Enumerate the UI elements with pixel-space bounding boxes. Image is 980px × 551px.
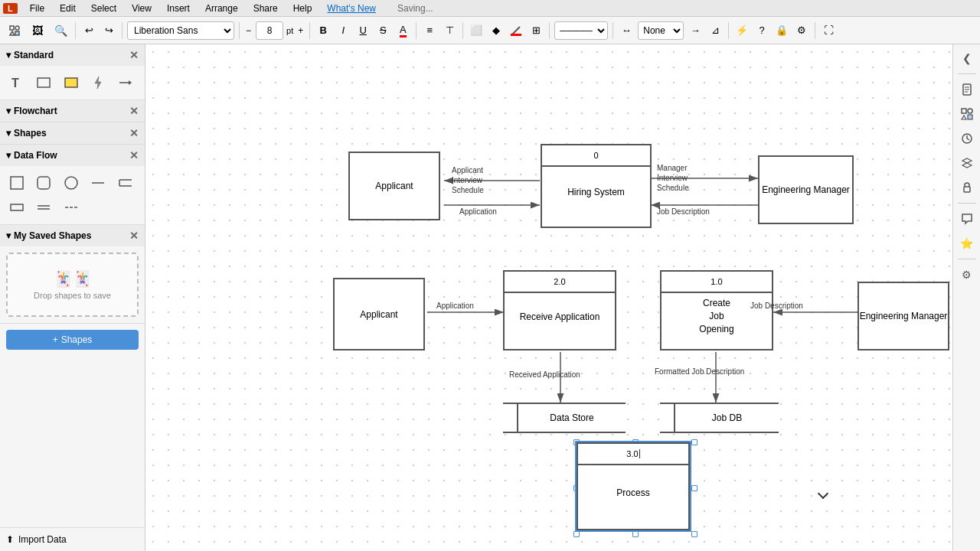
add-shapes-button[interactable]: + Shapes — [6, 330, 139, 350]
df-double-line[interactable] — [33, 197, 54, 218]
lock-button[interactable]: 🔒 — [773, 22, 790, 39]
font-color-button[interactable]: A — [394, 22, 411, 39]
my-saved-close[interactable]: ✕ — [129, 230, 139, 242]
redo-button[interactable]: ↪ — [100, 22, 117, 39]
process-receive-application[interactable]: 2.0 Receive Application — [503, 270, 616, 350]
arrow-label-received-app: Received Application — [509, 370, 580, 379]
df-rounded[interactable] — [33, 172, 54, 194]
arrow-end-select[interactable]: → — [687, 22, 704, 39]
df-rect[interactable] — [6, 172, 28, 194]
separator — [462, 22, 463, 39]
rp-layers-icon[interactable] — [956, 152, 978, 174]
import-data-button[interactable]: ⬆ Import Data — [0, 527, 145, 551]
menu-arrange[interactable]: Arrange — [202, 3, 241, 14]
process-create-job[interactable]: 1.0 CreateJobOpening — [660, 270, 773, 350]
fullscreen-button[interactable]: ⛶ — [820, 22, 837, 39]
handle-bm[interactable] — [632, 531, 639, 537]
df-dash-line[interactable] — [60, 197, 82, 218]
line-color-button[interactable] — [508, 22, 524, 39]
container-button[interactable]: ⬜ — [468, 22, 485, 39]
df-small-rect[interactable] — [6, 197, 28, 218]
dataflow-header[interactable]: ▾ Data Flow ✕ — [0, 145, 145, 166]
canvas-area[interactable]: Applicant 0 Hiring System Engineering Ma… — [145, 44, 952, 551]
italic-button[interactable]: I — [335, 22, 351, 39]
handle-mr[interactable] — [691, 485, 697, 491]
menu-select[interactable]: Select — [88, 3, 119, 14]
left-panel: ▾ Standard ✕ T — [0, 44, 145, 551]
menu-share[interactable]: Share — [250, 3, 281, 14]
lightning-shape[interactable] — [87, 72, 109, 93]
arrow-start-select[interactable]: None — [638, 21, 684, 40]
process-3-num[interactable]: 3.0 — [578, 444, 688, 465]
align-v-button[interactable]: ⊤ — [441, 22, 458, 39]
process-hiring-system[interactable]: 0 Hiring System — [541, 144, 652, 228]
datastore-application[interactable]: Data Store — [503, 403, 626, 433]
rp-page-icon[interactable] — [956, 79, 978, 100]
font-size-input[interactable] — [256, 21, 283, 40]
handle-bl[interactable] — [573, 531, 580, 537]
my-saved-header[interactable]: ▾ My Saved Shapes ✕ — [0, 225, 145, 246]
yellow-rect-shape[interactable] — [60, 72, 82, 93]
rp-lock-icon[interactable] — [956, 177, 978, 198]
handle-br[interactable] — [691, 531, 697, 537]
flowchart-chevron: ▾ — [6, 106, 11, 116]
fill-button[interactable]: ◆ — [488, 22, 505, 39]
dataflow-close[interactable]: ✕ — [129, 149, 139, 161]
line-style-select[interactable]: ───── 2px — [554, 21, 608, 40]
external-applicant-top[interactable]: Applicant — [348, 152, 440, 220]
bold-button[interactable]: B — [315, 22, 332, 39]
rp-settings-icon[interactable]: ⚙ — [956, 264, 978, 285]
align-h-button[interactable]: ≡ — [421, 22, 438, 39]
waypoint-button[interactable]: ⊿ — [707, 22, 724, 39]
standard-close[interactable]: ✕ — [129, 49, 139, 61]
rp-star-icon[interactable]: ⭐ — [956, 233, 978, 254]
shapes-chevron: ▾ — [6, 128, 11, 139]
minus-font-size[interactable]: − — [244, 25, 253, 36]
search-button[interactable]: 🔍 — [51, 21, 70, 41]
settings-toolbar-button[interactable]: ⚙ — [793, 22, 810, 39]
underline-button[interactable]: U — [354, 22, 371, 39]
menu-edit[interactable]: Edit — [57, 3, 79, 14]
separator — [815, 22, 815, 39]
font-family-select[interactable]: Liberation Sans — [127, 21, 234, 40]
connection-button[interactable]: ↔ — [618, 22, 635, 39]
flowchart-header[interactable]: ▾ Flowchart ✕ — [0, 100, 145, 122]
df-datastore[interactable] — [115, 172, 136, 194]
rp-clock-icon[interactable] — [956, 128, 978, 149]
menu-insert[interactable]: Insert — [164, 3, 193, 14]
df-hline[interactable] — [87, 172, 109, 194]
image-button[interactable]: 🖼 — [28, 21, 47, 41]
canvas[interactable]: Applicant 0 Hiring System Engineering Ma… — [145, 44, 952, 551]
shapes-header[interactable]: ▾ Shapes ✕ — [0, 122, 145, 144]
menu-view[interactable]: View — [129, 3, 155, 14]
handle-tr[interactable] — [691, 439, 697, 445]
right-panel-collapse[interactable]: ❮ — [956, 47, 978, 69]
separator — [239, 22, 240, 39]
menu-whats-new[interactable]: What's New — [324, 3, 379, 14]
df-circle[interactable] — [60, 172, 82, 194]
undo-button[interactable]: ↩ — [80, 22, 97, 39]
menu-help[interactable]: Help — [290, 3, 315, 14]
shapes-button[interactable] — [5, 21, 24, 41]
rect-shape[interactable] — [33, 72, 54, 93]
process-3[interactable]: 3.0 Process — [577, 442, 690, 530]
rp-chat-icon[interactable] — [956, 208, 978, 230]
menu-file[interactable]: File — [27, 3, 47, 14]
text-shape[interactable]: T — [6, 72, 28, 93]
hiring-system-num: 0 — [542, 145, 650, 167]
font-table-button[interactable]: ⊞ — [528, 22, 544, 39]
help-button[interactable]: ? — [753, 22, 770, 39]
rp-shapes-icon[interactable] — [956, 103, 978, 125]
external-eng-manager-bottom[interactable]: Engineering Manager — [858, 282, 949, 350]
shapes-close[interactable]: ✕ — [129, 127, 139, 139]
datastore-jobdb[interactable]: Job DB — [660, 403, 779, 433]
autoconnect-button[interactable]: ⚡ — [733, 22, 750, 39]
separator — [728, 22, 729, 39]
external-applicant-bottom[interactable]: Applicant — [333, 278, 425, 350]
standard-header[interactable]: ▾ Standard ✕ — [0, 44, 145, 66]
plus-font-size[interactable]: + — [296, 25, 305, 36]
external-eng-manager-top[interactable]: Engineering Manager — [758, 155, 854, 224]
strikethrough-button[interactable]: S — [374, 22, 391, 39]
arrow-shape[interactable] — [115, 72, 136, 93]
flowchart-close[interactable]: ✕ — [129, 105, 139, 117]
